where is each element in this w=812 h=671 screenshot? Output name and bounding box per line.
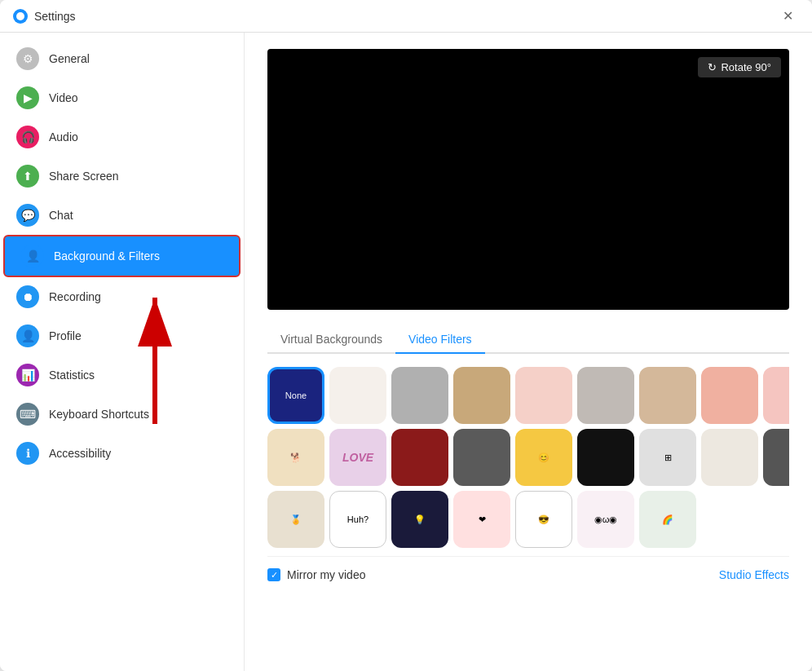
filter-item-f1[interactable] xyxy=(329,367,386,424)
sidebar: ⚙General▶Video🎧Audio⬆Share Screen💬Chat👤B… xyxy=(0,33,245,671)
video-label: Video xyxy=(49,91,78,104)
profile-icon: 👤 xyxy=(16,324,39,347)
filter-item-f24[interactable]: 🌈 xyxy=(639,491,696,548)
sidebar-item-keyboard[interactable]: ⌨Keyboard Shortcuts xyxy=(0,395,244,434)
filter-item-f23[interactable]: ◉ω◉ xyxy=(577,491,634,548)
profile-label: Profile xyxy=(49,329,82,342)
rotate-button[interactable]: ↻ Rotate 90° xyxy=(698,57,781,77)
accessibility-label: Accessibility xyxy=(49,447,111,460)
titlebar-left: Settings xyxy=(13,9,76,24)
filter-item-f19[interactable]: Huh? xyxy=(329,491,386,548)
filter-item-f10[interactable]: LOVE xyxy=(329,429,386,486)
filter-item-f20[interactable]: 💡 xyxy=(391,491,448,548)
statistics-icon: 📊 xyxy=(16,364,39,386)
app-logo xyxy=(13,9,28,24)
filter-item-f4[interactable] xyxy=(515,367,572,424)
sidebar-item-accessibility[interactable]: ℹAccessibility xyxy=(0,434,244,473)
audio-label: Audio xyxy=(49,130,78,143)
video-icon: ▶ xyxy=(16,86,39,109)
filter-item-f6[interactable] xyxy=(639,367,696,424)
rotate-icon: ↻ xyxy=(708,61,717,73)
filter-item-f17[interactable] xyxy=(763,429,789,486)
share-screen-icon: ⬆ xyxy=(16,165,39,188)
keyboard-icon: ⌨ xyxy=(16,403,39,426)
studio-effects-link[interactable]: Studio Effects xyxy=(719,568,789,581)
mirror-row: ✓ Mirror my video xyxy=(267,568,365,581)
filter-item-f8[interactable] xyxy=(763,367,789,424)
filter-item-f21[interactable]: ❤ xyxy=(453,491,510,548)
filter-item-f12[interactable] xyxy=(453,429,510,486)
mirror-checkbox[interactable]: ✓ xyxy=(267,568,280,581)
general-icon: ⚙ xyxy=(16,47,39,70)
sidebar-item-chat[interactable]: 💬Chat xyxy=(0,196,244,235)
general-label: General xyxy=(49,52,90,65)
recording-icon: ⏺ xyxy=(16,285,39,308)
sidebar-item-general[interactable]: ⚙General xyxy=(0,39,244,78)
chat-icon: 💬 xyxy=(16,204,39,227)
sidebar-item-recording[interactable]: ⏺Recording xyxy=(0,277,244,316)
sidebar-item-statistics[interactable]: 📊Statistics xyxy=(0,355,244,395)
share-screen-label: Share Screen xyxy=(49,170,119,183)
filter-item-f13[interactable]: 😊 xyxy=(515,429,572,486)
keyboard-label: Keyboard Shortcuts xyxy=(49,408,149,421)
svg-point-0 xyxy=(16,12,24,20)
background-icon: 👤 xyxy=(21,245,44,267)
sidebar-item-video[interactable]: ▶Video xyxy=(0,78,244,117)
chat-label: Chat xyxy=(49,209,73,222)
footer: ✓ Mirror my video Studio Effects xyxy=(267,556,789,581)
filter-item-f14[interactable] xyxy=(577,429,634,486)
sidebar-item-background[interactable]: 👤Background & Filters xyxy=(3,235,241,277)
accessibility-icon: ℹ xyxy=(16,442,39,465)
sidebar-item-audio[interactable]: 🎧Audio xyxy=(0,117,244,157)
sidebar-item-profile[interactable]: 👤Profile xyxy=(0,316,244,355)
filter-item-f11[interactable] xyxy=(391,429,448,486)
filter-item-f7[interactable] xyxy=(701,367,758,424)
filter-item-f16[interactable] xyxy=(701,429,758,486)
sidebar-item-share-screen[interactable]: ⬆Share Screen xyxy=(0,157,244,196)
filters-grid: None🐕LOVE😊⊞🏅Huh?💡❤😎◉ω◉🌈 xyxy=(267,367,789,548)
statistics-label: Statistics xyxy=(49,369,95,382)
filter-item-f3[interactable] xyxy=(453,367,510,424)
video-preview: ↻ Rotate 90° xyxy=(267,49,789,310)
mirror-label: Mirror my video xyxy=(287,568,365,581)
tab-virtual-backgrounds[interactable]: Virtual Backgrounds xyxy=(267,326,395,354)
filter-item-f5[interactable] xyxy=(577,367,634,424)
filter-item-f9[interactable]: 🐕 xyxy=(267,429,324,486)
close-button[interactable]: ✕ xyxy=(776,5,799,28)
audio-icon: 🎧 xyxy=(16,126,39,148)
filter-item-f2[interactable] xyxy=(391,367,448,424)
content-area: ⚙General▶Video🎧Audio⬆Share Screen💬Chat👤B… xyxy=(0,33,812,671)
filter-item-none[interactable]: None xyxy=(267,367,324,424)
recording-label: Recording xyxy=(49,290,101,303)
rotate-label: Rotate 90° xyxy=(721,61,771,73)
tab-video-filters[interactable]: Video Filters xyxy=(395,326,485,354)
window-title: Settings xyxy=(34,10,76,23)
titlebar: Settings ✕ xyxy=(0,0,812,33)
settings-window: Settings ✕ ⚙General▶Video🎧Audio⬆Share Sc… xyxy=(0,0,812,671)
filter-item-f22[interactable]: 😎 xyxy=(515,491,572,548)
filter-tabs: Virtual Backgrounds Video Filters xyxy=(267,326,789,354)
filter-item-f15[interactable]: ⊞ xyxy=(639,429,696,486)
background-label: Background & Filters xyxy=(54,249,160,263)
main-panel: ↻ Rotate 90° Virtual Backgrounds Video F… xyxy=(245,33,812,671)
filter-item-f18[interactable]: 🏅 xyxy=(267,491,324,548)
